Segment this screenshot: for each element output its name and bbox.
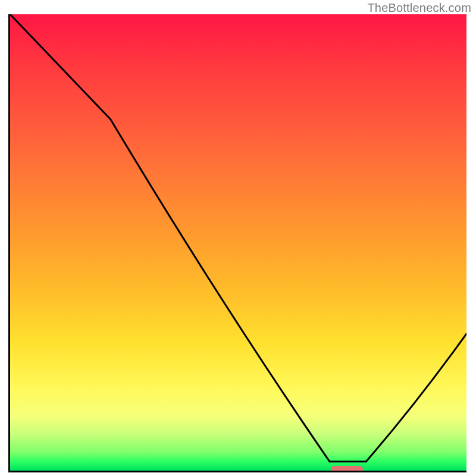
plot-area xyxy=(8,14,466,472)
optimal-marker xyxy=(331,466,363,472)
bottleneck-curve xyxy=(10,14,466,471)
chart-root: TheBottleneck.com xyxy=(0,0,476,476)
watermark-label: TheBottleneck.com xyxy=(367,1,471,15)
